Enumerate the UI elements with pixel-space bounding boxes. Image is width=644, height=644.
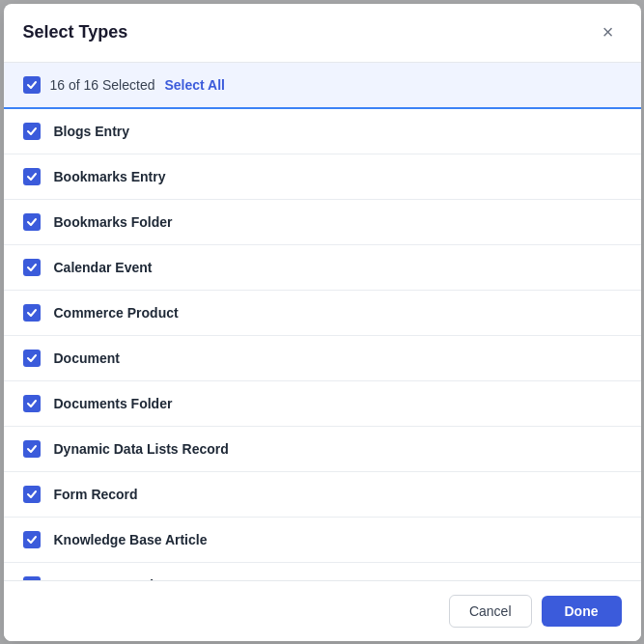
list-item[interactable]: Calendar Event: [4, 245, 641, 291]
item-checkbox[interactable]: [23, 576, 41, 580]
item-checkbox[interactable]: [23, 123, 41, 140]
item-checkbox[interactable]: [23, 395, 41, 412]
item-checkbox[interactable]: [23, 486, 41, 503]
selection-count: 16 of 16 Selected: [50, 77, 155, 93]
list-item[interactable]: Bookmarks Entry: [4, 154, 641, 200]
done-button[interactable]: Done: [542, 596, 622, 627]
modal-footer: Cancel Done: [4, 580, 641, 641]
item-checkbox[interactable]: [23, 259, 41, 276]
item-label: Dynamic Data Lists Record: [54, 441, 229, 457]
list-item[interactable]: Documents Folder: [4, 381, 641, 427]
list-item[interactable]: Dynamic Data Lists Record: [4, 427, 641, 472]
list-item[interactable]: Document: [4, 336, 641, 381]
item-checkbox[interactable]: [23, 213, 41, 231]
item-checkbox[interactable]: [23, 531, 41, 548]
list-item[interactable]: Blogs Entry: [4, 109, 641, 154]
close-button[interactable]: ×: [595, 19, 622, 46]
list-item[interactable]: Knowledge Base Article: [4, 518, 641, 563]
item-checkbox[interactable]: [23, 350, 41, 367]
modal-header: Select Types ×: [4, 4, 641, 63]
list-item[interactable]: Form Record: [4, 472, 641, 518]
item-label: Form Record: [54, 487, 138, 502]
item-label: Calendar Event: [54, 260, 153, 275]
item-checkbox[interactable]: [23, 440, 41, 458]
item-label: Bookmarks Entry: [54, 169, 166, 184]
item-label: Knowledge Base Article: [54, 532, 208, 547]
select-all-checkbox[interactable]: [23, 76, 41, 94]
item-label: Bookmarks Folder: [54, 214, 173, 230]
item-label: Blogs Entry: [54, 124, 130, 139]
item-label: Commerce Product: [54, 305, 179, 321]
item-label: Message Boards Message: [54, 577, 222, 580]
modal: Select Types × 16 of 16 Selected Select …: [4, 4, 641, 641]
modal-title: Select Types: [23, 22, 128, 42]
item-label: Documents Folder: [54, 396, 173, 411]
modal-overlay: Select Types × 16 of 16 Selected Select …: [0, 0, 644, 644]
items-list: Blogs Entry Bookmarks Entry Bookmarks Fo…: [4, 109, 641, 580]
list-item[interactable]: Commerce Product: [4, 291, 641, 336]
item-checkbox[interactable]: [23, 304, 41, 322]
item-checkbox[interactable]: [23, 168, 41, 185]
list-item[interactable]: Message Boards Message: [4, 563, 641, 580]
selection-bar: 16 of 16 Selected Select All: [4, 63, 641, 109]
cancel-button[interactable]: Cancel: [449, 595, 532, 628]
item-label: Document: [54, 350, 120, 366]
select-all-link[interactable]: Select All: [164, 77, 225, 93]
list-item[interactable]: Bookmarks Folder: [4, 200, 641, 245]
